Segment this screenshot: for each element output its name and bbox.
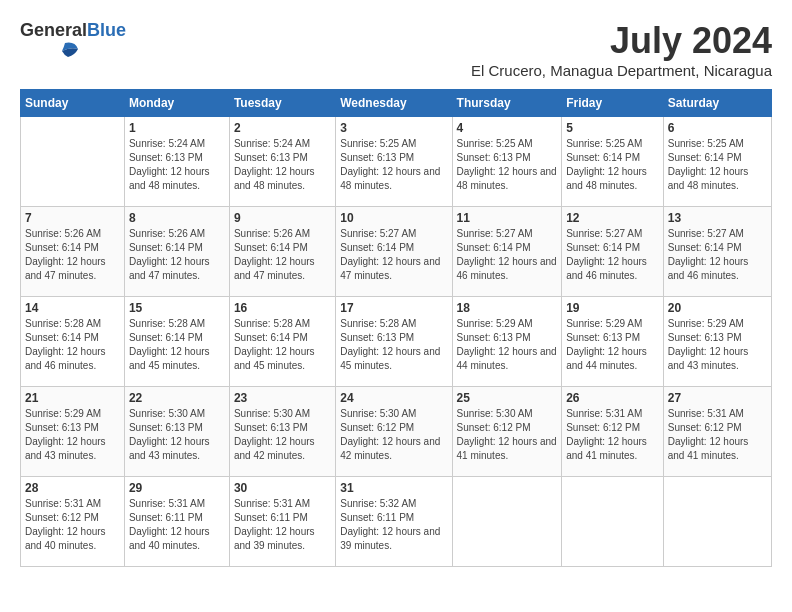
calendar-cell: [452, 477, 562, 567]
cell-content: Sunrise: 5:31 AMSunset: 6:12 PMDaylight:…: [566, 407, 659, 463]
cell-content: Sunrise: 5:29 AMSunset: 6:13 PMDaylight:…: [566, 317, 659, 373]
calendar-cell: 30Sunrise: 5:31 AMSunset: 6:11 PMDayligh…: [229, 477, 335, 567]
calendar-cell: 6Sunrise: 5:25 AMSunset: 6:14 PMDaylight…: [663, 117, 771, 207]
cell-content: Sunrise: 5:28 AMSunset: 6:14 PMDaylight:…: [234, 317, 331, 373]
calendar-cell: 4Sunrise: 5:25 AMSunset: 6:13 PMDaylight…: [452, 117, 562, 207]
calendar-cell: 31Sunrise: 5:32 AMSunset: 6:11 PMDayligh…: [336, 477, 452, 567]
calendar-cell: 2Sunrise: 5:24 AMSunset: 6:13 PMDaylight…: [229, 117, 335, 207]
calendar-cell: 13Sunrise: 5:27 AMSunset: 6:14 PMDayligh…: [663, 207, 771, 297]
calendar-cell: 9Sunrise: 5:26 AMSunset: 6:14 PMDaylight…: [229, 207, 335, 297]
cell-content: Sunrise: 5:29 AMSunset: 6:13 PMDaylight:…: [25, 407, 120, 463]
cell-content: Sunrise: 5:27 AMSunset: 6:14 PMDaylight:…: [340, 227, 447, 283]
day-number: 6: [668, 121, 767, 135]
calendar-cell: 29Sunrise: 5:31 AMSunset: 6:11 PMDayligh…: [124, 477, 229, 567]
calendar-week-row: 28Sunrise: 5:31 AMSunset: 6:12 PMDayligh…: [21, 477, 772, 567]
cell-content: Sunrise: 5:26 AMSunset: 6:14 PMDaylight:…: [25, 227, 120, 283]
calendar-cell: 25Sunrise: 5:30 AMSunset: 6:12 PMDayligh…: [452, 387, 562, 477]
calendar-cell: 7Sunrise: 5:26 AMSunset: 6:14 PMDaylight…: [21, 207, 125, 297]
day-number: 31: [340, 481, 447, 495]
calendar-week-row: 21Sunrise: 5:29 AMSunset: 6:13 PMDayligh…: [21, 387, 772, 477]
cell-content: Sunrise: 5:26 AMSunset: 6:14 PMDaylight:…: [129, 227, 225, 283]
calendar-cell: 12Sunrise: 5:27 AMSunset: 6:14 PMDayligh…: [562, 207, 664, 297]
calendar-cell: [663, 477, 771, 567]
calendar-cell: 21Sunrise: 5:29 AMSunset: 6:13 PMDayligh…: [21, 387, 125, 477]
calendar-cell: 27Sunrise: 5:31 AMSunset: 6:12 PMDayligh…: [663, 387, 771, 477]
day-number: 23: [234, 391, 331, 405]
day-number: 4: [457, 121, 558, 135]
cell-content: Sunrise: 5:25 AMSunset: 6:14 PMDaylight:…: [566, 137, 659, 193]
day-number: 3: [340, 121, 447, 135]
logo-icon: [20, 41, 80, 59]
calendar-cell: 10Sunrise: 5:27 AMSunset: 6:14 PMDayligh…: [336, 207, 452, 297]
header: GeneralBlue July 2024 El Crucero, Managu…: [20, 20, 772, 79]
cell-content: Sunrise: 5:30 AMSunset: 6:13 PMDaylight:…: [234, 407, 331, 463]
cell-content: Sunrise: 5:30 AMSunset: 6:12 PMDaylight:…: [457, 407, 558, 463]
day-number: 25: [457, 391, 558, 405]
cell-content: Sunrise: 5:27 AMSunset: 6:14 PMDaylight:…: [566, 227, 659, 283]
weekday-header-saturday: Saturday: [663, 90, 771, 117]
calendar-cell: 18Sunrise: 5:29 AMSunset: 6:13 PMDayligh…: [452, 297, 562, 387]
day-number: 16: [234, 301, 331, 315]
cell-content: Sunrise: 5:31 AMSunset: 6:11 PMDaylight:…: [129, 497, 225, 553]
day-number: 2: [234, 121, 331, 135]
day-number: 22: [129, 391, 225, 405]
calendar-week-row: 1Sunrise: 5:24 AMSunset: 6:13 PMDaylight…: [21, 117, 772, 207]
cell-content: Sunrise: 5:29 AMSunset: 6:13 PMDaylight:…: [668, 317, 767, 373]
day-number: 30: [234, 481, 331, 495]
cell-content: Sunrise: 5:24 AMSunset: 6:13 PMDaylight:…: [234, 137, 331, 193]
calendar-cell: 11Sunrise: 5:27 AMSunset: 6:14 PMDayligh…: [452, 207, 562, 297]
day-number: 13: [668, 211, 767, 225]
cell-content: Sunrise: 5:30 AMSunset: 6:12 PMDaylight:…: [340, 407, 447, 463]
calendar-cell: 14Sunrise: 5:28 AMSunset: 6:14 PMDayligh…: [21, 297, 125, 387]
weekday-header-thursday: Thursday: [452, 90, 562, 117]
cell-content: Sunrise: 5:27 AMSunset: 6:14 PMDaylight:…: [457, 227, 558, 283]
calendar-cell: 17Sunrise: 5:28 AMSunset: 6:13 PMDayligh…: [336, 297, 452, 387]
calendar-table: SundayMondayTuesdayWednesdayThursdayFrid…: [20, 89, 772, 567]
day-number: 15: [129, 301, 225, 315]
day-number: 19: [566, 301, 659, 315]
cell-content: Sunrise: 5:25 AMSunset: 6:14 PMDaylight:…: [668, 137, 767, 193]
calendar-cell: 15Sunrise: 5:28 AMSunset: 6:14 PMDayligh…: [124, 297, 229, 387]
calendar-cell: 8Sunrise: 5:26 AMSunset: 6:14 PMDaylight…: [124, 207, 229, 297]
day-number: 24: [340, 391, 447, 405]
cell-content: Sunrise: 5:28 AMSunset: 6:14 PMDaylight:…: [25, 317, 120, 373]
calendar-cell: 1Sunrise: 5:24 AMSunset: 6:13 PMDaylight…: [124, 117, 229, 207]
month-year-title: July 2024: [471, 20, 772, 62]
cell-content: Sunrise: 5:28 AMSunset: 6:14 PMDaylight:…: [129, 317, 225, 373]
weekday-header-friday: Friday: [562, 90, 664, 117]
weekday-header-sunday: Sunday: [21, 90, 125, 117]
title-section: July 2024 El Crucero, Managua Department…: [471, 20, 772, 79]
day-number: 8: [129, 211, 225, 225]
cell-content: Sunrise: 5:30 AMSunset: 6:13 PMDaylight:…: [129, 407, 225, 463]
logo-blue: Blue: [87, 20, 126, 40]
day-number: 26: [566, 391, 659, 405]
calendar-cell: 28Sunrise: 5:31 AMSunset: 6:12 PMDayligh…: [21, 477, 125, 567]
calendar-cell: 22Sunrise: 5:30 AMSunset: 6:13 PMDayligh…: [124, 387, 229, 477]
weekday-header-tuesday: Tuesday: [229, 90, 335, 117]
calendar-cell: [21, 117, 125, 207]
weekday-header-monday: Monday: [124, 90, 229, 117]
day-number: 28: [25, 481, 120, 495]
calendar-cell: 26Sunrise: 5:31 AMSunset: 6:12 PMDayligh…: [562, 387, 664, 477]
weekday-header-wednesday: Wednesday: [336, 90, 452, 117]
cell-content: Sunrise: 5:25 AMSunset: 6:13 PMDaylight:…: [340, 137, 447, 193]
day-number: 10: [340, 211, 447, 225]
day-number: 5: [566, 121, 659, 135]
day-number: 12: [566, 211, 659, 225]
cell-content: Sunrise: 5:31 AMSunset: 6:11 PMDaylight:…: [234, 497, 331, 553]
day-number: 27: [668, 391, 767, 405]
day-number: 7: [25, 211, 120, 225]
cell-content: Sunrise: 5:29 AMSunset: 6:13 PMDaylight:…: [457, 317, 558, 373]
weekday-header-row: SundayMondayTuesdayWednesdayThursdayFrid…: [21, 90, 772, 117]
cell-content: Sunrise: 5:25 AMSunset: 6:13 PMDaylight:…: [457, 137, 558, 193]
day-number: 1: [129, 121, 225, 135]
calendar-cell: 20Sunrise: 5:29 AMSunset: 6:13 PMDayligh…: [663, 297, 771, 387]
cell-content: Sunrise: 5:26 AMSunset: 6:14 PMDaylight:…: [234, 227, 331, 283]
day-number: 20: [668, 301, 767, 315]
calendar-week-row: 7Sunrise: 5:26 AMSunset: 6:14 PMDaylight…: [21, 207, 772, 297]
calendar-cell: 23Sunrise: 5:30 AMSunset: 6:13 PMDayligh…: [229, 387, 335, 477]
cell-content: Sunrise: 5:28 AMSunset: 6:13 PMDaylight:…: [340, 317, 447, 373]
calendar-cell: 3Sunrise: 5:25 AMSunset: 6:13 PMDaylight…: [336, 117, 452, 207]
logo: GeneralBlue: [20, 20, 126, 63]
calendar-week-row: 14Sunrise: 5:28 AMSunset: 6:14 PMDayligh…: [21, 297, 772, 387]
